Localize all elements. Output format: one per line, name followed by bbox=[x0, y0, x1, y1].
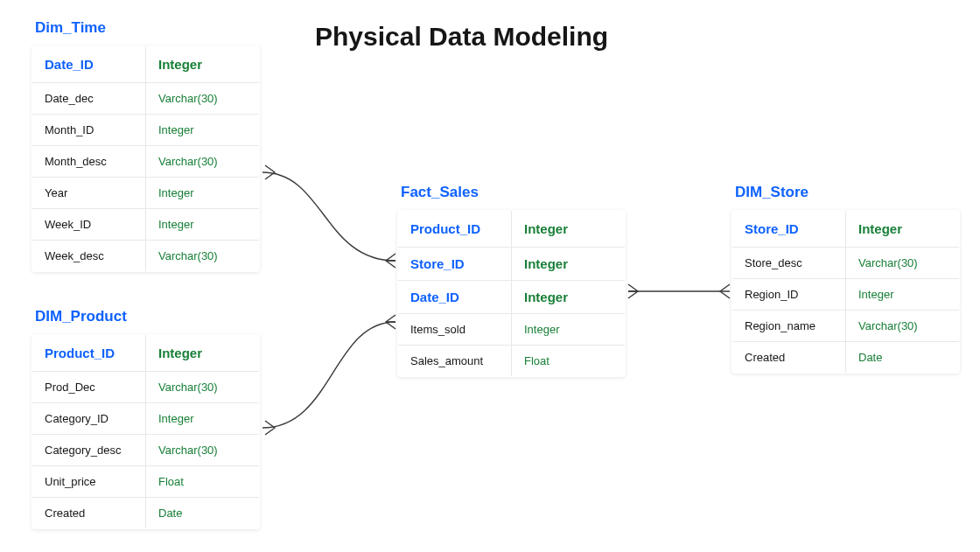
column-type: Varchar(30) bbox=[146, 241, 260, 272]
column-type: Varchar(30) bbox=[146, 372, 260, 403]
column-name: Date_ID bbox=[32, 46, 146, 83]
column-type: Integer bbox=[146, 209, 260, 241]
column-row: Store_desc Varchar(30) bbox=[732, 248, 960, 279]
column-type: Integer bbox=[512, 211, 626, 248]
entity-table: Store_ID Integer Store_desc Varchar(30) … bbox=[732, 210, 960, 374]
column-type: Varchar(30) bbox=[846, 311, 960, 342]
column-type: Varchar(30) bbox=[146, 435, 260, 466]
column-row: Sales_amount Float bbox=[398, 346, 626, 377]
entity-table: Product_ID Integer Store_ID Integer Date… bbox=[397, 210, 626, 377]
column-name: Week_desc bbox=[32, 241, 146, 272]
column-type: Date bbox=[846, 342, 960, 374]
column-row: Month_ID Integer bbox=[32, 115, 260, 146]
entity-name: Fact_Sales bbox=[397, 184, 626, 201]
column-type: Integer bbox=[512, 281, 626, 314]
column-name: Date_dec bbox=[32, 83, 146, 115]
column-row: Product_ID Integer bbox=[32, 335, 260, 372]
column-row: Created Date bbox=[32, 498, 260, 529]
column-row: Date_dec Varchar(30) bbox=[32, 83, 260, 115]
column-row: Items_sold Integer bbox=[398, 314, 626, 346]
column-name: Region_name bbox=[732, 311, 846, 342]
column-type: Varchar(30) bbox=[146, 146, 260, 178]
entity-table: Product_ID Integer Prod_Dec Varchar(30) … bbox=[32, 334, 260, 529]
column-name: Created bbox=[32, 498, 146, 529]
column-row: Year Integer bbox=[32, 178, 260, 209]
column-name: Prod_Dec bbox=[32, 372, 146, 403]
column-type: Integer bbox=[146, 335, 260, 372]
column-row: Month_desc Varchar(30) bbox=[32, 146, 260, 178]
column-name: Items_sold bbox=[398, 314, 512, 346]
column-type: Integer bbox=[146, 46, 260, 83]
column-type: Integer bbox=[846, 211, 960, 248]
column-type: Integer bbox=[512, 314, 626, 346]
entity-name: DIM_Store bbox=[732, 184, 960, 201]
entity-fact-sales: Fact_Sales Product_ID Integer Store_ID I… bbox=[397, 184, 626, 377]
column-name: Unit_price bbox=[32, 466, 146, 498]
column-row: Date_ID Integer bbox=[32, 46, 260, 83]
column-name: Date_ID bbox=[398, 281, 512, 314]
entity-dim-product: DIM_Product Product_ID Integer Prod_Dec … bbox=[32, 308, 260, 529]
entity-dim-time: Dim_Time Date_ID Integer Date_dec Varcha… bbox=[32, 19, 260, 272]
column-name: Month_desc bbox=[32, 146, 146, 178]
column-row: Category_ID Integer bbox=[32, 403, 260, 435]
column-type: Float bbox=[512, 346, 626, 377]
column-name: Store_desc bbox=[732, 248, 846, 279]
column-row: Store_ID Integer bbox=[732, 211, 960, 248]
column-row: Date_ID Integer bbox=[398, 281, 626, 314]
entity-name: Dim_Time bbox=[32, 19, 260, 37]
column-type: Float bbox=[146, 466, 260, 498]
column-type: Integer bbox=[512, 248, 626, 281]
column-name: Year bbox=[32, 178, 146, 209]
column-type: Date bbox=[146, 498, 260, 529]
entity-dim-store: DIM_Store Store_ID Integer Store_desc Va… bbox=[732, 184, 960, 374]
column-row: Week_desc Varchar(30) bbox=[32, 241, 260, 272]
column-row: Product_ID Integer bbox=[398, 211, 626, 248]
column-name: Category_desc bbox=[32, 435, 146, 466]
column-name: Created bbox=[732, 342, 846, 374]
column-name: Week_ID bbox=[32, 209, 146, 241]
column-name: Region_ID bbox=[732, 279, 846, 311]
column-name: Product_ID bbox=[398, 211, 512, 248]
column-row: Region_name Varchar(30) bbox=[732, 311, 960, 342]
column-name: Store_ID bbox=[732, 211, 846, 248]
column-type: Integer bbox=[846, 279, 960, 311]
column-type: Integer bbox=[146, 403, 260, 435]
column-type: Varchar(30) bbox=[846, 248, 960, 279]
diagram-title: Physical Data Modeling bbox=[315, 22, 608, 52]
column-row: Week_ID Integer bbox=[32, 209, 260, 241]
column-row: Created Date bbox=[732, 342, 960, 374]
column-name: Store_ID bbox=[398, 248, 512, 281]
entity-table: Date_ID Integer Date_dec Varchar(30) Mon… bbox=[32, 45, 260, 272]
column-row: Unit_price Float bbox=[32, 466, 260, 498]
column-row: Region_ID Integer bbox=[732, 279, 960, 311]
column-type: Integer bbox=[146, 178, 260, 209]
column-name: Product_ID bbox=[32, 335, 146, 372]
column-name: Month_ID bbox=[32, 115, 146, 146]
column-name: Sales_amount bbox=[398, 346, 512, 377]
column-row: Prod_Dec Varchar(30) bbox=[32, 372, 260, 403]
column-name: Category_ID bbox=[32, 403, 146, 435]
column-row: Store_ID Integer bbox=[398, 248, 626, 281]
column-row: Category_desc Varchar(30) bbox=[32, 435, 260, 466]
column-type: Varchar(30) bbox=[146, 83, 260, 115]
entity-name: DIM_Product bbox=[32, 308, 260, 325]
column-type: Integer bbox=[146, 115, 260, 146]
